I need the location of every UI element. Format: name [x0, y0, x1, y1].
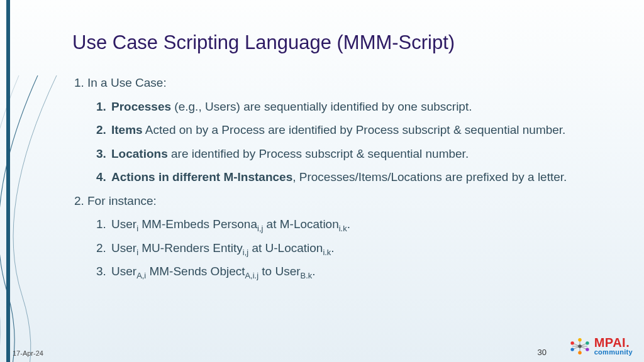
ex-text: MM-Sends Object — [146, 265, 245, 278]
bullet-num: 2. — [96, 239, 106, 257]
bullet-num: 1. — [96, 98, 106, 116]
svg-point-6 — [586, 341, 589, 344]
rest-text: are identified by Process subscript & se… — [168, 147, 469, 160]
ex-text: User — [111, 241, 136, 255]
outer-1-lead: In a Use Case: — [87, 76, 167, 89]
ex-text: MU-Renders Entity — [138, 241, 243, 255]
accent-bar — [6, 0, 10, 362]
svg-point-7 — [570, 348, 574, 351]
sub: A,i — [136, 271, 146, 280]
sub: A,i.j — [245, 271, 259, 280]
ex-text: . — [312, 265, 315, 278]
rest-text: , Processes/Items/Locations are prefixed… — [292, 170, 567, 184]
sub: i.k — [339, 224, 347, 233]
footer-date: 17-Apr-24 — [13, 349, 43, 357]
strong-text: Actions in different M-Instances — [111, 170, 292, 184]
outer-item-1: In a Use Case: 1. Processes (e.g., Users… — [87, 74, 588, 186]
sub: i.k — [323, 248, 331, 257]
svg-point-8 — [578, 351, 581, 354]
outer-2-lead: For instance: — [87, 194, 157, 207]
logo-main-text: MPAI. — [594, 336, 633, 349]
sub: i,j — [257, 224, 263, 233]
svg-point-4 — [570, 341, 574, 344]
strong-text: Processes — [111, 100, 171, 113]
bullet-num: 2. — [96, 121, 106, 139]
slide-body: In a Use Case: 1. Processes (e.g., Users… — [72, 74, 588, 287]
ex-text: User — [111, 217, 136, 231]
ex-text: to User — [258, 265, 301, 278]
ex-text: . — [331, 241, 334, 255]
ex-text: User — [111, 265, 136, 278]
inner-1-2: 2. Items Acted on by a Process are ident… — [96, 121, 588, 139]
bullet-num: 3. — [96, 145, 106, 163]
brand-logo: MPAI. community — [569, 336, 633, 356]
sub: B.k — [301, 271, 313, 280]
bullet-num: 1. — [96, 216, 106, 233]
ex-text: . — [347, 217, 350, 231]
logo-sub-text: community — [594, 349, 633, 356]
inner-1-1: 1. Processes (e.g., Users) are sequentia… — [96, 98, 588, 116]
inner-2-1: 1. Useri MM-Embeds Personai,j at M-Locat… — [96, 216, 588, 233]
outer-item-2: For instance: 1. Useri MM-Embeds Persona… — [87, 192, 588, 280]
ex-text: at U-Location — [248, 241, 323, 255]
slide-title: Use Case Scripting Language (MMM-Script) — [72, 31, 455, 54]
bullet-num: 3. — [96, 263, 106, 280]
svg-point-9 — [586, 348, 589, 351]
ex-text: at M-Location — [263, 217, 338, 231]
rest-text: Acted on by a Process are identified by … — [143, 123, 566, 136]
inner-1-3: 3. Locations are identified by Process s… — [96, 145, 588, 163]
inner-2-2: 2. Useri MU-Renders Entityi,j at U-Locat… — [96, 239, 588, 257]
rest-text: (e.g., Users) are sequentially identifie… — [171, 100, 472, 113]
strong-text: Locations — [111, 147, 168, 160]
inner-1-4: 4. Actions in different M-Instances, Pro… — [96, 168, 588, 186]
ex-text: MM-Embeds Persona — [138, 217, 257, 231]
logo-mark-icon — [569, 337, 591, 355]
sub: i,j — [243, 248, 248, 257]
inner-2-3: 3. UserA,i MM-Sends ObjectA,i.j to UserB… — [96, 263, 588, 280]
strong-text: Items — [111, 123, 143, 136]
svg-point-5 — [578, 338, 581, 341]
footer-page-number: 30 — [538, 348, 547, 357]
bullet-num: 4. — [96, 168, 106, 186]
svg-point-10 — [578, 344, 581, 348]
